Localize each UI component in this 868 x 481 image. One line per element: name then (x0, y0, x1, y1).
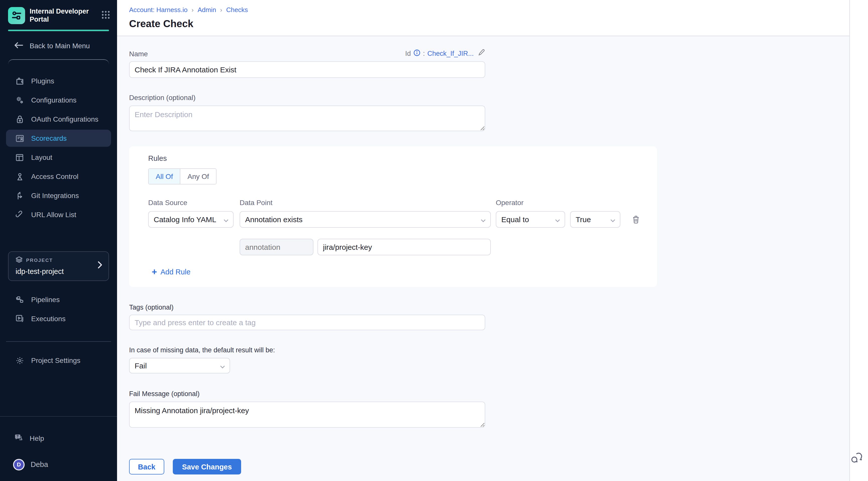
sidebar-item-label: Layout (31, 153, 52, 161)
save-changes-button[interactable]: Save Changes (173, 459, 241, 475)
header-divider (117, 36, 849, 36)
rules-mode-toggle: All Of Any Of (148, 169, 217, 184)
sidebar-item-label: Scorecards (31, 134, 67, 142)
name-input[interactable] (129, 61, 485, 78)
breadcrumb-checks[interactable]: Checks (226, 6, 248, 13)
sidebar-item-label: Git Integrations (31, 191, 79, 200)
missing-data-value: Fail (135, 361, 147, 370)
project-nav: Pipelines Executions (0, 289, 117, 329)
sidebar-item-url-allow-list[interactable]: URL Allow List (6, 206, 111, 223)
operator-value: Equal to (501, 215, 529, 224)
tags-input[interactable] (129, 314, 485, 330)
layout-icon (15, 153, 24, 162)
add-rule-label: Add Rule (160, 268, 190, 276)
sidebar-divider (0, 416, 117, 417)
page-header: Account: Harness.io › Admin › Checks Cre… (117, 0, 868, 36)
app-window: Internal Developer Portal Back to Main M… (0, 0, 868, 481)
user-menu[interactable]: D Deba (0, 457, 117, 472)
data-point-select[interactable]: Annotation exists (240, 211, 491, 228)
idp-logo-icon (8, 7, 25, 24)
sidebar-item-pipelines[interactable]: Pipelines (6, 291, 111, 308)
data-point-value: Annotation exists (245, 215, 303, 224)
any-of-button[interactable]: Any Of (180, 169, 216, 184)
operand-value: True (576, 215, 591, 224)
breadcrumb-admin[interactable]: Admin (198, 6, 216, 13)
back-arrow-icon (14, 41, 23, 50)
admin-nav: Plugins Configurations (0, 70, 117, 225)
svg-text:?: ? (17, 434, 19, 438)
sidebar-item-scorecards[interactable]: Scorecards (6, 130, 111, 147)
info-icon[interactable] (413, 49, 421, 58)
annotation-key-input[interactable] (240, 239, 313, 255)
sidebar-item-label: URL Allow List (31, 211, 76, 219)
fail-message-label: Fail Message (optional) (129, 390, 868, 397)
sidebar-item-oauth-configurations[interactable]: OAuth Configurations (6, 111, 111, 128)
project-name: idp-test-project (16, 267, 97, 275)
project-settings-gear-icon (15, 356, 24, 365)
missing-data-label: In case of missing data, the default res… (129, 346, 868, 354)
right-gutter (849, 0, 868, 481)
data-source-value: Catalog Info YAML (154, 215, 216, 224)
user-name: Deba (31, 460, 48, 469)
pipelines-icon (15, 295, 24, 304)
chevron-down-icon (220, 361, 225, 370)
breadcrumb-separator: › (192, 6, 194, 13)
fail-message-textarea[interactable]: Missing Annotation jira/project-key (129, 401, 485, 428)
sidebar-item-layout[interactable]: Layout (6, 149, 111, 166)
executions-icon (15, 314, 24, 323)
configurations-icon (15, 95, 24, 104)
operator-select[interactable]: Equal to (496, 211, 565, 228)
data-source-select[interactable]: Catalog Info YAML (148, 211, 234, 228)
operator-label: Operator (496, 199, 524, 207)
plus-icon: + (152, 268, 157, 275)
logo-row: Internal Developer Portal (0, 0, 117, 24)
edit-pencil-icon[interactable] (478, 49, 485, 58)
missing-data-select[interactable]: Fail (129, 358, 230, 373)
chevron-down-icon (555, 215, 560, 224)
id-label: Id (405, 50, 411, 57)
project-selector[interactable]: PROJECT idp-test-project (8, 251, 109, 281)
oauth-lock-icon (15, 115, 24, 124)
name-label: Name (129, 50, 148, 58)
help-button[interactable]: ? Help (0, 431, 117, 446)
breadcrumb: Account: Harness.io › Admin › Checks (129, 6, 868, 13)
trash-icon[interactable] (632, 215, 640, 224)
id-colon: : (423, 50, 425, 57)
sidebar-item-configurations[interactable]: Configurations (6, 91, 111, 109)
description-label: Description (optional) (129, 93, 868, 101)
back-to-main-menu[interactable]: Back to Main Menu (0, 38, 117, 53)
url-allow-list-icon (15, 210, 24, 219)
sidebar-item-label: Pipelines (31, 296, 60, 304)
sidebar-item-plugins[interactable]: Plugins (6, 72, 111, 89)
sidebar-item-label: OAuth Configurations (31, 115, 98, 123)
git-integrations-icon (15, 191, 24, 200)
sidebar-item-git-integrations[interactable]: Git Integrations (6, 187, 111, 204)
grid-dots-icon[interactable] (101, 10, 110, 21)
sidebar-item-label: Plugins (31, 77, 54, 85)
access-control-icon (15, 172, 24, 181)
description-textarea[interactable] (129, 106, 485, 131)
app-title: Internal Developer Portal (30, 7, 96, 24)
sidebar-item-label: Executions (31, 314, 66, 323)
tags-label: Tags (optional) (129, 304, 868, 311)
all-of-button[interactable]: All Of (149, 169, 180, 184)
chevron-down-icon (223, 215, 228, 224)
create-check-form: Name Id : Check_If_JIR... (117, 36, 868, 475)
data-source-label: Data Source (148, 199, 240, 207)
annotation-value-input[interactable] (317, 239, 491, 255)
back-button[interactable]: Back (129, 459, 164, 475)
chat-bubbles-icon[interactable] (850, 452, 864, 467)
breadcrumb-account[interactable]: Account: Harness.io (129, 6, 188, 13)
operand-select[interactable]: True (570, 211, 620, 228)
plugins-icon (15, 77, 24, 85)
sidebar-item-project-settings[interactable]: Project Settings (6, 352, 111, 369)
help-chat-icon: ? (14, 433, 23, 443)
rules-card: Rules All Of Any Of Data Source Data Poi… (129, 146, 657, 287)
sidebar-divider (8, 59, 109, 64)
sidebar-item-access-control[interactable]: Access Control (6, 168, 111, 185)
add-rule-button[interactable]: + Add Rule (152, 268, 190, 276)
chevron-down-icon (610, 215, 615, 224)
sidebar-item-label: Access Control (31, 172, 79, 180)
check-id-value[interactable]: Check_If_JIR... (427, 50, 474, 57)
sidebar-item-executions[interactable]: Executions (6, 310, 111, 327)
